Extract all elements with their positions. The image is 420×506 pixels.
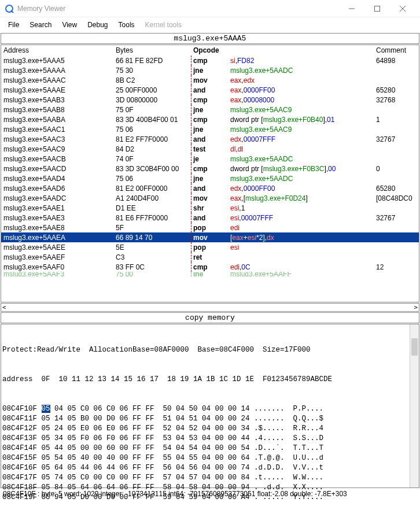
hex-byte[interactable]: 05 (42, 424, 50, 433)
disasm-row[interactable]: mslug3.exe+5AAB33D 00800000cmpeax,000080… (1, 95, 419, 105)
hex-bytes[interactable]: 44 05 00 00 60 00 FF FF 54 04 54 04 00 0… (50, 444, 255, 452)
row-address: mslug3.exe+5AAB8 (3, 106, 116, 114)
hex-row[interactable]: 08C4F13F 05 34 05 F0 06 F0 06 FF FF 53 0… (2, 434, 418, 444)
hex-ascii: .t..... W.W.... (254, 474, 323, 482)
disasm-row[interactable]: mslug3.exe+5AAAA75 30jnemslug3.exe+5AADC (1, 65, 419, 75)
disasm-row[interactable]: mslug3.exe+5AAE1D1 EEshresi,1 (1, 203, 419, 213)
disasm-row[interactable]: mslug3.exe+5AACD83 3D 3C0B4F00 00cmpdwor… (1, 164, 419, 173)
hex-row[interactable]: 08C4F16F 05 64 05 44 06 44 06 FF FF 56 0… (2, 463, 418, 473)
hex-byte[interactable]: 05 (42, 434, 50, 442)
disasm-row[interactable]: mslug3.exe+5AAF375 00jnemslug3.exe+5AAFF (1, 272, 419, 276)
row-bytes: 74 0F (116, 155, 191, 163)
row-bytes: D1 EE (116, 204, 191, 212)
row-operand: esi (230, 243, 376, 252)
hex-row[interactable]: 08C4F14F 05 44 05 00 00 60 00 FF FF 54 0… (2, 444, 418, 453)
row-address: mslug3.exe+5AACB (3, 155, 116, 163)
row-comment: 0 (376, 165, 417, 173)
menu-kernel[interactable]: Kernel tools (141, 19, 186, 31)
scroll-thumb[interactable] (411, 338, 418, 356)
hex-bytes[interactable]: 64 05 44 06 44 06 FF FF 56 04 56 04 00 0… (50, 464, 255, 472)
menu-search[interactable]: Search (25, 19, 56, 31)
disasm-row[interactable]: mslug3.exe+5AADCA1 240D4F00moveax,[mslug… (1, 193, 419, 203)
hex-pane[interactable]: Protect:Read/Write AllocationBase=08AF00… (1, 324, 419, 488)
hex-row[interactable]: 08C4F15F 05 54 05 40 00 40 00 FF FF 55 0… (2, 453, 418, 463)
row-address: mslug3.exe+5AAAA (3, 67, 116, 75)
hex-row[interactable]: 08C4F11F 05 14 05 B0 00 D0 06 FF FF 51 0… (2, 414, 418, 424)
disasm-row[interactable]: mslug3.exe+5AACB74 0Fjemslug3.exe+5AADC (1, 154, 419, 164)
disasm-row[interactable]: mslug3.exe+5AAC984 D2testdl,dl (1, 144, 419, 154)
hex-byte[interactable]: 05 (42, 444, 50, 452)
disasm-row[interactable]: mslug3.exe+5AAC381 E2 FF7F0000andedx,000… (1, 134, 419, 144)
menu-view[interactable]: View (57, 19, 82, 31)
hex-scrollbar[interactable] (410, 324, 419, 487)
row-bytes: 75 30 (116, 67, 191, 75)
hex-byte[interactable]: 05 (42, 405, 50, 413)
disasm-row[interactable]: mslug3.exe+5AAD681 E2 00FF0000andedx,000… (1, 183, 419, 193)
menu-file[interactable]: File (3, 19, 24, 31)
window-title: Memory Viewer (17, 5, 339, 13)
disassembly-pane[interactable]: Address Bytes Opcode Comment mslug3.exe+… (1, 45, 419, 302)
row-bytes: A1 240D4F00 (116, 194, 191, 202)
row-address: mslug3.exe+5AAAC (3, 76, 116, 84)
header-opcode[interactable]: Opcode (193, 46, 230, 54)
disasm-row[interactable]: mslug3.exe+5AAE381 E6 FF7F0000andesi,000… (1, 213, 419, 223)
address-bar[interactable]: mslug3.exe+5AAA5 (1, 33, 419, 44)
hex-ascii: .4..... S.S...D (254, 434, 323, 442)
hex-address: 08C4F12F (2, 424, 42, 433)
disasm-row[interactable]: mslug3.exe+5AAA566 81 FE 82FDcmpsi,FD826… (1, 56, 419, 65)
row-operand: esi,1 (230, 204, 376, 212)
menu-tools[interactable]: Tools (114, 19, 139, 31)
row-address: mslug3.exe+5AAAE (3, 86, 116, 94)
hex-byte[interactable]: 05 (42, 483, 50, 492)
disasm-rows[interactable]: mslug3.exe+5AAA566 81 FE 82FDcmpsi,FD826… (1, 56, 419, 276)
menu-debug[interactable]: Debug (83, 19, 112, 31)
hex-row[interactable]: 08C4F18F 05 84 05 64 06 64 06 FF FF 58 0… (2, 483, 418, 493)
hex-byte[interactable]: 05 (42, 493, 50, 500)
header-bytes[interactable]: Bytes (116, 46, 193, 54)
row-address: mslug3.exe+5AAE3 (3, 214, 116, 222)
close-button[interactable] (390, 0, 415, 17)
disasm-row[interactable]: mslug3.exe+5AAAC8B C2moveax,edx (1, 75, 419, 85)
hex-bytes[interactable]: 14 05 B0 00 D0 06 FF FF 51 04 51 04 00 0… (50, 415, 255, 423)
disasm-row[interactable]: mslug3.exe+5AAAE25 00FF0000andeax,0000FF… (1, 85, 419, 95)
hex-bytes[interactable]: 54 05 40 00 40 00 FF FF 55 04 55 04 00 0… (50, 454, 255, 462)
row-opcode: cmp (193, 165, 230, 173)
hex-bytes[interactable]: 24 05 E0 06 E0 06 FF FF 52 04 52 04 00 0… (50, 424, 255, 433)
disasm-row[interactable]: mslug3.exe+5AABA83 3D 400B4F00 01cmpdwor… (1, 115, 419, 124)
row-operand: eax,edx (230, 76, 376, 84)
header-address[interactable]: Address (3, 46, 116, 54)
disasm-row[interactable]: mslug3.exe+5AAB875 0Fjnemslug3.exe+5AAC9 (1, 105, 419, 115)
horizontal-scrollbar[interactable]: <> (1, 303, 419, 312)
disasm-row[interactable]: mslug3.exe+5AAEA66 89 14 70mov[eax+esi*2… (1, 232, 419, 242)
disasm-header: Address Bytes Opcode Comment (1, 45, 419, 56)
disasm-row[interactable]: mslug3.exe+5AAEE5Epopesi (1, 242, 419, 252)
hex-address: 08C4F11F (2, 415, 42, 423)
hex-ascii: .$..... R.R...4 (254, 424, 323, 433)
hex-row[interactable]: 08C4F10F 05 04 05 C0 06 C0 06 FF FF 50 0… (2, 404, 418, 414)
disasm-row[interactable]: mslug3.exe+5AAD475 06jnemslug3.exe+5AADC (1, 173, 419, 183)
hex-bytes[interactable]: 84 05 64 06 64 06 FF FF 58 04 58 04 00 0… (50, 483, 255, 492)
row-opcode: cmp (193, 96, 230, 104)
hex-byte[interactable]: 05 (42, 415, 50, 423)
hex-bytes[interactable]: 74 05 C0 00 C0 00 FF FF 57 04 57 04 00 0… (50, 474, 255, 482)
hex-rows[interactable]: 08C4F10F 05 04 05 C0 06 C0 06 FF FF 50 0… (2, 404, 418, 500)
hex-row[interactable]: 08C4F17F 05 74 05 C0 00 C0 00 FF FF 57 0… (2, 473, 418, 483)
hex-row[interactable]: 08C4F12F 05 24 05 E0 06 E0 06 FF FF 52 0… (2, 424, 418, 434)
maximize-button[interactable] (364, 0, 390, 17)
row-opcode: test (193, 145, 230, 153)
hex-byte[interactable]: 05 (42, 464, 50, 472)
disasm-row[interactable]: mslug3.exe+5AAE85Fpopedi (1, 223, 419, 232)
disasm-row[interactable]: mslug3.exe+5AAC175 06jnemslug3.exe+5AAC9 (1, 124, 419, 134)
copy-memory-button[interactable]: copy memory (1, 312, 419, 323)
disasm-row[interactable]: mslug3.exe+5AAF083 FF 0Ccmpedi,0C12 (1, 262, 419, 272)
hex-byte[interactable]: 05 (42, 454, 50, 462)
hex-bytes[interactable]: 94 05 D0 00 D0 00 FF FF 59 04 59 04 00 0… (50, 493, 255, 500)
disasm-row[interactable]: mslug3.exe+5AAEFC3ret (1, 252, 419, 262)
hex-row[interactable]: 08C4F19F 05 94 05 D0 00 D0 00 FF FF 59 0… (2, 493, 418, 500)
hex-bytes[interactable]: 04 05 C0 06 C0 06 FF FF 50 04 50 04 00 0… (50, 405, 255, 413)
header-comment[interactable]: Comment (376, 46, 417, 54)
hex-ascii: ....... P.P.... (254, 405, 323, 413)
hex-bytes[interactable]: 34 05 F0 06 F0 06 FF FF 53 04 53 04 00 0… (50, 434, 255, 442)
hex-byte[interactable]: 05 (42, 474, 50, 482)
minimize-button[interactable] (339, 0, 364, 17)
